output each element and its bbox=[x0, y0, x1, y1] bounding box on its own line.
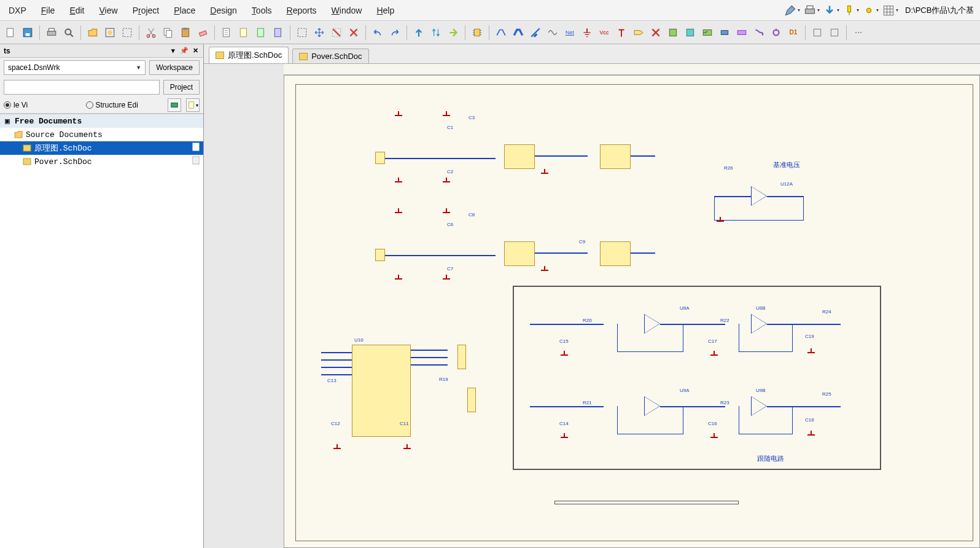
lbl-c15: C15 bbox=[559, 339, 569, 344]
tab-schematic[interactable]: 原理图.SchDoc bbox=[209, 47, 289, 63]
tb-doc1-icon[interactable] bbox=[219, 25, 235, 41]
panel-tool2-icon[interactable]: ▾ bbox=[186, 98, 200, 112]
tb-print-icon[interactable] bbox=[44, 25, 60, 41]
tb-power-icon[interactable] bbox=[613, 25, 629, 41]
tool-pin-icon[interactable]: ▾ bbox=[843, 4, 859, 17]
editor-area: 原理图.SchDoc Pover.SchDoc C1 C2 C3 bbox=[204, 44, 980, 548]
radio-structure-editor[interactable]: Structure Edi bbox=[86, 101, 163, 109]
feedback bbox=[714, 196, 804, 221]
project-button[interactable]: Project bbox=[163, 80, 200, 95]
tb-rubber-icon[interactable] bbox=[195, 25, 211, 41]
ic bbox=[504, 241, 535, 266]
wire bbox=[660, 406, 725, 407]
svg-rect-57 bbox=[23, 145, 31, 151]
tb-preview-icon[interactable] bbox=[61, 25, 77, 41]
menu-reports[interactable]: Reports bbox=[281, 3, 323, 18]
tb-zoom-fit-icon[interactable] bbox=[102, 25, 118, 41]
tb-harness1-icon[interactable] bbox=[734, 25, 750, 41]
tb-harness3-icon[interactable] bbox=[768, 25, 784, 41]
tb-new-icon[interactable] bbox=[2, 25, 18, 41]
tree-group-free-documents[interactable]: ▣ Free Documents bbox=[0, 114, 203, 128]
tb-hier-down-icon[interactable] bbox=[445, 25, 461, 41]
menu-edit[interactable]: Edit bbox=[63, 3, 90, 18]
menu-design[interactable]: Design bbox=[204, 3, 243, 18]
tb-comp-icon[interactable] bbox=[469, 25, 485, 41]
tb-netlabel-icon[interactable]: Net bbox=[562, 25, 578, 41]
gnd-icon bbox=[710, 437, 718, 443]
menu-help[interactable]: Help bbox=[370, 3, 400, 18]
tool-grid-icon[interactable]: ▾ bbox=[882, 4, 898, 17]
tb-vcc-icon[interactable]: Vcc bbox=[596, 25, 612, 41]
tb-sheetentry-icon[interactable] bbox=[699, 25, 715, 41]
tb-d1-icon[interactable]: D1 bbox=[785, 25, 801, 41]
tb-sheet1-icon[interactable] bbox=[665, 25, 681, 41]
tb-signal-icon[interactable] bbox=[545, 25, 561, 41]
gnd-icon bbox=[403, 448, 411, 454]
tool-node-icon[interactable]: ▾ bbox=[863, 4, 879, 17]
sheet[interactable]: C1 C2 C3 C6 C7 C8 C9 bbox=[284, 75, 980, 548]
wire bbox=[767, 406, 841, 407]
tb-port-icon[interactable] bbox=[631, 25, 647, 41]
tb-select-rect-icon[interactable] bbox=[294, 25, 310, 41]
tb-cut-icon[interactable] bbox=[143, 25, 159, 41]
menu-window[interactable]: Window bbox=[325, 3, 368, 18]
tool-pencil-icon[interactable]: ▾ bbox=[784, 4, 800, 17]
lbl-c18: C18 bbox=[805, 417, 814, 423]
tb-undo-icon[interactable] bbox=[370, 25, 386, 41]
tb-box1-icon[interactable] bbox=[809, 25, 825, 41]
tb-move-icon[interactable] bbox=[311, 25, 327, 41]
document-tree: ▣ Free Documents Source Documents 原理图.Sc… bbox=[0, 114, 203, 548]
tree-doc-pover[interactable]: Pover.SchDoc bbox=[0, 155, 203, 168]
workspace-dropdown[interactable]: space1.DsnWrk ▼ bbox=[4, 60, 146, 75]
path-label: D:\PCB作品\九个基 bbox=[901, 5, 978, 16]
tb-box2-icon[interactable] bbox=[826, 25, 842, 41]
tb-sheet2-icon[interactable] bbox=[682, 25, 698, 41]
svg-rect-46 bbox=[669, 29, 676, 36]
tb-open-icon[interactable] bbox=[85, 25, 101, 41]
tb-device-icon[interactable] bbox=[717, 25, 733, 41]
main: ts ▾ 📌 ✕ space1.DsnWrk ▼ Workspace Proje… bbox=[0, 44, 980, 548]
lbl-u8a: U8A bbox=[680, 305, 690, 311]
svg-rect-8 bbox=[47, 31, 56, 35]
tb-doc3-icon[interactable] bbox=[253, 25, 269, 41]
tb-copy-icon[interactable] bbox=[160, 25, 176, 41]
menu-project[interactable]: Project bbox=[126, 3, 166, 18]
tb-doc4-icon[interactable] bbox=[270, 25, 286, 41]
project-input[interactable] bbox=[4, 80, 160, 95]
tb-harness2-icon[interactable] bbox=[751, 25, 767, 41]
menu-view[interactable]: View bbox=[93, 3, 124, 18]
tb-redo-icon[interactable] bbox=[387, 25, 403, 41]
wire bbox=[530, 406, 604, 407]
panel-dropdown-icon[interactable]: ▾ bbox=[169, 47, 177, 55]
tb-doc2-icon[interactable] bbox=[236, 25, 252, 41]
tree-doc-schematic[interactable]: 原理图.SchDoc bbox=[0, 141, 203, 155]
menu-dxp[interactable]: DXP bbox=[2, 3, 33, 18]
radio-file-view[interactable]: le Vi bbox=[4, 101, 81, 109]
panel-tool1-icon[interactable] bbox=[168, 98, 181, 112]
tool-print-icon[interactable]: ▾ bbox=[804, 4, 820, 17]
feedback bbox=[617, 324, 683, 352]
tb-zoom-area-icon[interactable] bbox=[119, 25, 135, 41]
menu-place[interactable]: Place bbox=[168, 3, 201, 18]
tb-clear-icon[interactable] bbox=[346, 25, 362, 41]
tb-busentry-icon[interactable] bbox=[527, 25, 543, 41]
tb-hier-swap-icon[interactable] bbox=[428, 25, 444, 41]
menu-file[interactable]: File bbox=[35, 3, 61, 18]
tb-paste-icon[interactable] bbox=[177, 25, 193, 41]
tb-more-icon[interactable]: ⋯ bbox=[850, 25, 866, 41]
tb-deselect-icon[interactable] bbox=[329, 25, 344, 41]
tool-down-icon[interactable]: ▾ bbox=[823, 4, 839, 17]
schematic-canvas[interactable]: C1 C2 C3 C6 C7 C8 C9 bbox=[204, 64, 980, 548]
menu-tools[interactable]: Tools bbox=[246, 3, 278, 18]
tree-folder-source-documents[interactable]: Source Documents bbox=[0, 128, 203, 141]
panel-pin-icon[interactable]: 📌 bbox=[180, 47, 189, 55]
tb-hier-up-icon[interactable] bbox=[411, 25, 427, 41]
tb-bus-icon[interactable] bbox=[510, 25, 526, 41]
workspace-button[interactable]: Workspace bbox=[149, 60, 200, 75]
tb-noerc-icon[interactable] bbox=[648, 25, 664, 41]
panel-close-icon[interactable]: ✕ bbox=[191, 47, 200, 55]
tb-wire-icon[interactable] bbox=[493, 25, 509, 41]
tab-pover[interactable]: Pover.SchDoc bbox=[292, 49, 368, 63]
tb-save-icon[interactable] bbox=[20, 25, 36, 41]
tb-gnd-icon[interactable] bbox=[579, 25, 595, 41]
